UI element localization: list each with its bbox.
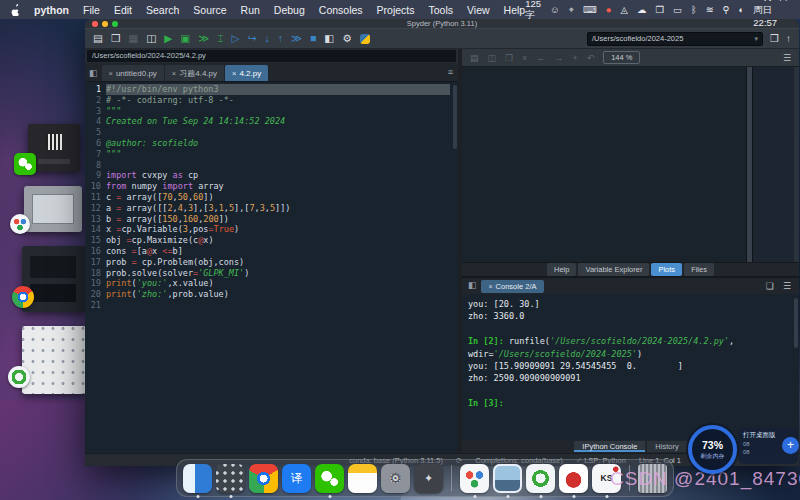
save-all-plots-icon[interactable]: ◫ bbox=[488, 53, 497, 63]
drawio-badge-icon[interactable] bbox=[10, 214, 30, 234]
debug-file-icon[interactable]: ▷ bbox=[232, 33, 240, 44]
chrome-badge-icon[interactable] bbox=[12, 286, 34, 308]
add-button[interactable]: + bbox=[782, 437, 799, 454]
spotlight-icon[interactable]: ⚲ bbox=[723, 5, 730, 15]
green-ring-badge-icon[interactable] bbox=[8, 366, 30, 388]
close-tab-icon[interactable]: × bbox=[109, 69, 113, 78]
save-all-icon[interactable]: ◫ bbox=[146, 33, 156, 44]
dock-chrome-app[interactable] bbox=[249, 464, 278, 493]
chevron-down-icon[interactable]: ▾ bbox=[755, 35, 759, 43]
menu-search[interactable]: Search bbox=[146, 4, 179, 16]
remove-plot-icon[interactable]: × bbox=[522, 53, 527, 63]
copy-plot-icon[interactable]: ❐ bbox=[505, 53, 513, 63]
dock-translate-app[interactable]: 译 bbox=[282, 464, 311, 493]
run-file-icon[interactable]: ▶ bbox=[164, 33, 172, 44]
menu-source[interactable]: Source bbox=[193, 4, 226, 16]
emoji-picker-icon[interactable]: ☺ bbox=[550, 5, 560, 15]
python-logo-icon[interactable] bbox=[360, 34, 370, 44]
keyboard-icon[interactable]: ⌨ bbox=[583, 5, 597, 15]
tab-help[interactable]: Help bbox=[547, 263, 576, 276]
menubar-clock[interactable]: 12月8日 周日 22:57 bbox=[753, 0, 790, 28]
zoom-in-icon[interactable]: + bbox=[572, 53, 577, 63]
dock-settings-app[interactable]: ⚙ bbox=[381, 464, 410, 493]
code-editor[interactable]: 123456789101112131415161718192021 #!/usr… bbox=[85, 82, 458, 453]
wechat-badge-icon[interactable] bbox=[14, 153, 36, 175]
menu-tools[interactable]: Tools bbox=[429, 4, 454, 16]
dock-books-app[interactable] bbox=[559, 464, 588, 493]
step-into-icon[interactable]: ↓ bbox=[264, 33, 269, 44]
console-tab[interactable]: × Console 2/A bbox=[481, 280, 545, 293]
new-console-icon[interactable]: ❏ bbox=[766, 281, 774, 291]
dock-preview-app[interactable] bbox=[493, 464, 522, 493]
editor-tab-习题4.4.py[interactable]: ×习题4.4.py bbox=[165, 65, 224, 81]
apple-menu-icon[interactable] bbox=[10, 4, 20, 16]
minimized-window-dialog[interactable] bbox=[24, 186, 82, 232]
dock-notes-app[interactable] bbox=[348, 464, 377, 493]
display-icon[interactable]: ❒ bbox=[655, 5, 664, 15]
plots-zoom-level[interactable]: 144 % bbox=[603, 51, 640, 64]
next-plot-icon[interactable]: → bbox=[554, 53, 563, 63]
run-selection-icon[interactable]: ⌶ bbox=[217, 33, 223, 44]
wifi-icon[interactable]: ≋ bbox=[706, 5, 714, 15]
menu-app-name[interactable]: python bbox=[34, 4, 69, 16]
dock-keychain-app[interactable]: ✦ bbox=[414, 464, 443, 493]
zoom-out-icon[interactable]: ↶ bbox=[587, 53, 595, 63]
working-directory-input[interactable]: /Users/scofieldo/2024-2025 ▾ bbox=[587, 32, 763, 46]
dock-drawio-app[interactable] bbox=[460, 464, 489, 493]
dock-wechat-app[interactable] bbox=[315, 464, 344, 493]
ipython-console[interactable]: you: [20. 30.]zho: 3360.0In [2]: runfile… bbox=[462, 294, 799, 440]
mic-icon[interactable]: ⌖ bbox=[569, 5, 574, 15]
step-out-icon[interactable]: ↑ bbox=[278, 33, 283, 44]
run-cell-advance-icon[interactable]: ≫ bbox=[198, 33, 209, 44]
close-tab-icon[interactable]: × bbox=[172, 69, 176, 78]
parent-directory-icon[interactable]: ↑ bbox=[786, 33, 791, 44]
minimized-window-appstore[interactable] bbox=[22, 326, 86, 394]
tab-files[interactable]: Files bbox=[684, 263, 714, 276]
screen-record-icon[interactable]: ● bbox=[606, 5, 612, 15]
new-file-icon[interactable]: ▤ bbox=[93, 33, 103, 44]
pane-icon[interactable]: ◧ bbox=[89, 68, 98, 78]
dock-omni-ring-app[interactable] bbox=[526, 464, 555, 493]
menu-run[interactable]: Run bbox=[241, 4, 260, 16]
tab-ipython-console[interactable]: IPython Console bbox=[574, 441, 645, 452]
menu-debug[interactable]: Debug bbox=[274, 4, 305, 16]
step-over-icon[interactable]: ↪ bbox=[248, 33, 257, 44]
close-tab-icon[interactable]: × bbox=[232, 69, 236, 78]
menu-view[interactable]: View bbox=[467, 4, 490, 16]
tab-options-icon[interactable]: ≡ bbox=[448, 67, 453, 77]
pane-icon[interactable]: ◧ bbox=[468, 280, 477, 290]
plots-thumbnail-scrollbar[interactable] bbox=[794, 67, 799, 262]
save-plot-icon[interactable]: ▤ bbox=[470, 53, 479, 63]
editor-tab-4.2.py[interactable]: ×4.2.py bbox=[225, 65, 268, 81]
run-cell-icon[interactable]: ▣ bbox=[180, 33, 190, 44]
panes-layout-icon[interactable]: ◧ bbox=[324, 33, 334, 44]
menu-consoles[interactable]: Consoles bbox=[319, 4, 363, 16]
console-scrollbar[interactable] bbox=[794, 298, 798, 348]
control-center-icon[interactable]: ◐ bbox=[739, 5, 745, 15]
plots-options-icon[interactable]: ☰ bbox=[783, 53, 791, 63]
save-icon[interactable]: ▦ bbox=[128, 33, 138, 44]
menu-projects[interactable]: Projects bbox=[377, 4, 415, 16]
dock-launchpad-app[interactable] bbox=[216, 464, 245, 493]
open-file-icon[interactable]: ❒ bbox=[111, 33, 120, 44]
menu-file[interactable]: File bbox=[83, 4, 100, 16]
cloud-icon[interactable]: ☁ bbox=[637, 5, 647, 15]
close-icon[interactable]: × bbox=[489, 283, 493, 290]
battery-icon[interactable]: ▭ bbox=[673, 5, 682, 15]
editor-tab-untitled0.py[interactable]: ×untitled0.py bbox=[102, 65, 164, 81]
menu-edit[interactable]: Edit bbox=[114, 4, 132, 16]
console-options-icon[interactable]: ☰ bbox=[783, 281, 791, 291]
menu-help[interactable]: Help bbox=[504, 4, 526, 16]
debug-continue-icon[interactable]: ≫ bbox=[291, 33, 302, 44]
tab-plots[interactable]: Plots bbox=[651, 263, 682, 276]
tab-variable-explorer[interactable]: Variable Explorer bbox=[578, 263, 649, 276]
previous-plot-icon[interactable]: ← bbox=[536, 53, 545, 63]
bluetooth-icon[interactable]: ᛒ bbox=[691, 5, 697, 15]
debug-stop-icon[interactable]: ■ bbox=[310, 33, 316, 44]
preferences-icon[interactable]: ⚙ bbox=[342, 33, 351, 44]
airdrop-icon[interactable]: ◬ bbox=[621, 5, 628, 15]
memory-widget[interactable]: 73% 剩余内存 bbox=[688, 425, 737, 474]
browse-directory-icon[interactable]: ❒ bbox=[770, 33, 779, 44]
tab-history[interactable]: History bbox=[647, 441, 686, 452]
editor-scrollbar[interactable] bbox=[453, 85, 457, 149]
